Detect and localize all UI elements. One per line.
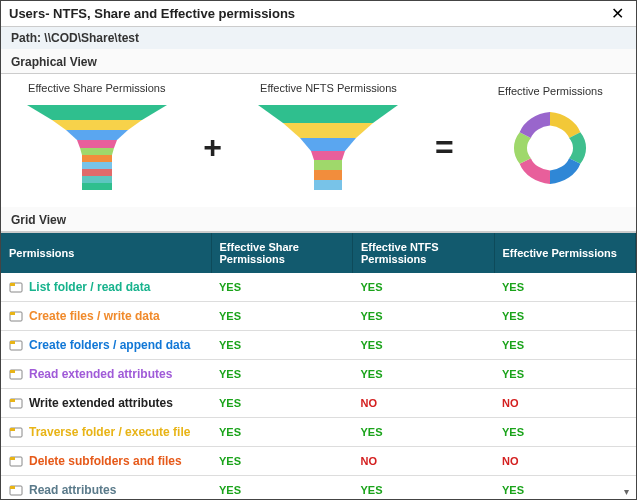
ntfs-value: NO xyxy=(353,389,495,418)
col-permissions[interactable]: Permissions xyxy=(1,233,211,273)
grid-section-label: Grid View xyxy=(1,207,636,232)
table-row[interactable]: Write extended attributesYESNONO xyxy=(1,389,636,418)
svg-rect-6 xyxy=(82,162,112,169)
path-label: Path: xyxy=(11,31,41,45)
effective-value: YES xyxy=(494,302,636,331)
permissions-window: Users- NTFS, Share and Effective permiss… xyxy=(0,0,637,500)
svg-marker-2 xyxy=(66,130,128,140)
share-value: YES xyxy=(211,476,353,500)
ntfs-value: YES xyxy=(353,476,495,500)
share-value: YES xyxy=(211,302,353,331)
svg-rect-7 xyxy=(82,169,112,176)
effective-donut-icon xyxy=(485,103,615,193)
ntfs-funnel-icon xyxy=(253,100,403,195)
svg-rect-16 xyxy=(314,180,342,190)
svg-rect-28 xyxy=(10,428,15,431)
table-row[interactable]: Delete subfolders and filesYESNONO xyxy=(1,447,636,476)
svg-marker-10 xyxy=(258,105,398,123)
titlebar: Users- NTFS, Share and Effective permiss… xyxy=(1,1,636,27)
permission-icon xyxy=(9,454,23,468)
permission-icon xyxy=(9,425,23,439)
svg-rect-18 xyxy=(10,283,15,286)
permissions-table: Permissions Effective Share Permissions … xyxy=(1,233,636,499)
permission-name: Read extended attributes xyxy=(29,367,172,381)
svg-rect-8 xyxy=(82,176,112,183)
permission-name: Read attributes xyxy=(29,483,116,497)
effective-value: YES xyxy=(494,360,636,389)
col-share[interactable]: Effective Share Permissions xyxy=(211,233,353,273)
graphical-view: Effective Share Permissions + Effective … xyxy=(1,74,636,207)
window-title: Users- NTFS, Share and Effective permiss… xyxy=(9,6,295,21)
permission-name: Write extended attributes xyxy=(29,396,173,410)
share-funnel-title: Effective Share Permissions xyxy=(28,82,165,94)
effective-value: YES xyxy=(494,331,636,360)
permission-icon xyxy=(9,338,23,352)
svg-rect-30 xyxy=(10,457,15,460)
ntfs-value: YES xyxy=(353,360,495,389)
svg-rect-32 xyxy=(10,486,15,489)
ntfs-funnel-block: Effective NFTS Permissions xyxy=(253,82,403,195)
share-value: YES xyxy=(211,273,353,302)
table-row[interactable]: List folder / read dataYESYESYES xyxy=(1,273,636,302)
svg-rect-26 xyxy=(10,399,15,402)
equals-operator: = xyxy=(433,129,456,166)
svg-rect-24 xyxy=(10,370,15,373)
table-row[interactable]: Create folders / append dataYESYESYES xyxy=(1,331,636,360)
share-value: YES xyxy=(211,331,353,360)
close-icon[interactable]: ✕ xyxy=(607,4,628,23)
permission-icon xyxy=(9,280,23,294)
effective-donut-title: Effective Permissions xyxy=(498,85,603,97)
effective-value: NO xyxy=(494,389,636,418)
svg-rect-14 xyxy=(314,160,342,170)
ntfs-value: YES xyxy=(353,331,495,360)
svg-marker-11 xyxy=(283,123,373,138)
svg-rect-5 xyxy=(82,155,112,162)
svg-rect-15 xyxy=(314,170,342,180)
share-value: YES xyxy=(211,447,353,476)
permission-icon xyxy=(9,367,23,381)
table-row[interactable]: Create files / write dataYESYESYES xyxy=(1,302,636,331)
permission-name: List folder / read data xyxy=(29,280,150,294)
svg-rect-22 xyxy=(10,341,15,344)
permission-name: Traverse folder / execute file xyxy=(29,425,190,439)
share-value: YES xyxy=(211,360,353,389)
permission-icon xyxy=(9,309,23,323)
share-funnel-icon xyxy=(22,100,172,195)
permission-icon xyxy=(9,483,23,497)
grid-view: Permissions Effective Share Permissions … xyxy=(1,232,636,499)
effective-value: YES xyxy=(494,476,636,500)
share-value: YES xyxy=(211,418,353,447)
svg-marker-3 xyxy=(77,140,117,148)
permission-icon xyxy=(9,396,23,410)
svg-marker-13 xyxy=(311,151,345,160)
table-row[interactable]: Read extended attributesYESYESYES xyxy=(1,360,636,389)
effective-value: NO xyxy=(494,447,636,476)
col-effective[interactable]: Effective Permissions xyxy=(494,233,636,273)
permission-name: Create folders / append data xyxy=(29,338,190,352)
path-bar: Path: \\COD\Share\test xyxy=(1,27,636,49)
effective-value: YES xyxy=(494,418,636,447)
permission-name: Delete subfolders and files xyxy=(29,454,182,468)
table-row[interactable]: Traverse folder / execute fileYESYESYES xyxy=(1,418,636,447)
svg-marker-12 xyxy=(300,138,356,151)
table-row[interactable]: Read attributesYESYESYES xyxy=(1,476,636,500)
table-header-row: Permissions Effective Share Permissions … xyxy=(1,233,636,273)
ntfs-value: NO xyxy=(353,447,495,476)
ntfs-funnel-title: Effective NFTS Permissions xyxy=(260,82,397,94)
ntfs-value: YES xyxy=(353,418,495,447)
share-funnel-block: Effective Share Permissions xyxy=(22,82,172,195)
plus-operator: + xyxy=(201,129,224,166)
graphical-section-label: Graphical View xyxy=(1,49,636,74)
path-value: \\COD\Share\test xyxy=(44,31,139,45)
ntfs-value: YES xyxy=(353,273,495,302)
svg-marker-4 xyxy=(80,148,114,155)
share-value: YES xyxy=(211,389,353,418)
effective-value: YES xyxy=(494,273,636,302)
svg-rect-9 xyxy=(82,183,112,190)
svg-rect-20 xyxy=(10,312,15,315)
svg-marker-1 xyxy=(52,120,142,130)
ntfs-value: YES xyxy=(353,302,495,331)
permission-name: Create files / write data xyxy=(29,309,160,323)
col-ntfs[interactable]: Effective NTFS Permissions xyxy=(353,233,495,273)
effective-donut-block: Effective Permissions xyxy=(485,85,615,193)
